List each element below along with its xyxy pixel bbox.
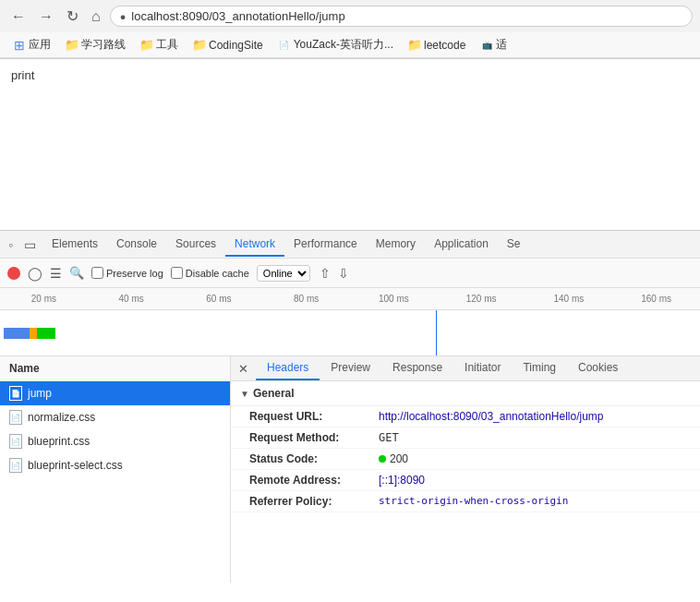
detail-tab-initiator[interactable]: Initiator	[453, 356, 512, 380]
detail-tab-cookies[interactable]: Cookies	[567, 356, 629, 380]
info-row-method: Request Method: GET	[231, 427, 700, 449]
tab-performance[interactable]: Performance	[284, 233, 367, 257]
method-value: GET	[379, 431, 399, 444]
status-label: Status Code:	[249, 452, 379, 465]
file-list: Name 📄 jump 📄 normalize.css 📄 blueprint.…	[0, 356, 231, 583]
devtools-inspect-button[interactable]: ◦	[4, 235, 18, 255]
browser-chrome: ← → ↻ ⌂ ● localhost:8090/03_annotationHe…	[0, 0, 700, 59]
secure-icon: ●	[120, 11, 127, 22]
ruler-label-100ms: 100 ms	[350, 294, 438, 304]
file-list-header: Name	[0, 356, 230, 381]
devtools: ◦ ▭ Elements Console Sources Network Per…	[0, 230, 700, 583]
bar-send	[37, 328, 55, 339]
bookmark-leetcode[interactable]: 📁 leetcode	[403, 37, 471, 54]
file-item-normalize[interactable]: 📄 normalize.css	[0, 405, 230, 429]
detail-tab-timing[interactable]: Timing	[512, 356, 567, 380]
info-row-policy: Referrer Policy: strict-origin-when-cros…	[231, 491, 700, 512]
address-value: [::1]:8090	[379, 474, 425, 487]
info-row-url: Request URL: http://localhost:8090/03_an…	[231, 406, 700, 427]
section-title-text: General	[253, 387, 295, 400]
detail-close-button[interactable]: ✕	[231, 357, 256, 380]
ruler-label-20ms: 20 ms	[0, 294, 88, 304]
record-button[interactable]	[7, 267, 20, 280]
detail-panel: ✕ Headers Preview Response Initiator Tim…	[231, 356, 700, 583]
bookmarks-bar: ⊞ 应用 📁 学习路线 📁 工具 📁 CodingSite 📄 YouZack-…	[0, 32, 700, 58]
detail-tab-response[interactable]: Response	[381, 356, 453, 380]
bar-dns	[4, 328, 30, 339]
media-icon: 📺	[480, 39, 493, 52]
ruler-label-140ms: 140 ms	[525, 294, 613, 304]
status-code-text: 200	[390, 452, 408, 465]
ruler-label-80ms: 80 ms	[262, 294, 350, 304]
ruler-label-120ms: 120 ms	[438, 294, 525, 304]
folder-icon: 📁	[408, 39, 421, 52]
tab-console[interactable]: Console	[107, 233, 166, 257]
bookmark-tools[interactable]: 📁 工具	[135, 35, 184, 54]
bookmark-route[interactable]: 📁 学习路线	[60, 35, 131, 54]
file-name-jump: jump	[28, 387, 52, 400]
download-button[interactable]: ⇩	[338, 266, 349, 281]
timeline-bar	[4, 328, 55, 339]
preserve-log-label[interactable]: Preserve log	[91, 267, 163, 279]
bookmark-route-label: 学习路线	[81, 37, 126, 53]
ruler-label-40ms: 40 ms	[88, 294, 175, 304]
nav-bar: ← → ↻ ⌂ ● localhost:8090/03_annotationHe…	[0, 0, 700, 32]
forward-button[interactable]: →	[35, 6, 57, 27]
bar-connect	[30, 328, 37, 339]
tab-sources[interactable]: Sources	[166, 233, 225, 257]
url-value: http://localhost:8090/03_annotationHello…	[379, 410, 604, 423]
home-button[interactable]: ⌂	[88, 6, 104, 27]
info-row-status: Status Code: 200	[231, 449, 700, 470]
tab-network[interactable]: Network	[225, 233, 284, 257]
folder-icon: 📁	[66, 39, 78, 52]
bookmark-youzack[interactable]: 📄 YouZack-英语听力...	[272, 35, 399, 54]
bookmark-coding[interactable]: 📁 CodingSite	[187, 37, 269, 54]
throttle-select[interactable]: Online	[257, 265, 310, 282]
clear-button[interactable]: ◯	[28, 266, 42, 281]
address-bar[interactable]: ● localhost:8090/03_annotationHello/jump	[110, 6, 693, 27]
bookmark-leetcode-label: leetcode	[424, 39, 465, 52]
file-item-blueprint-select[interactable]: 📄 blueprint-select.css	[0, 453, 230, 477]
bookmark-tools-label: 工具	[156, 37, 178, 53]
apps-icon: ⊞	[13, 39, 26, 52]
timeline-area	[0, 310, 700, 356]
back-button[interactable]: ←	[7, 6, 30, 27]
address-text: localhost:8090/03_annotationHello/jump	[131, 9, 682, 23]
search-button[interactable]: 🔍	[69, 266, 84, 280]
file-name-blueprint-select: blueprint-select.css	[28, 459, 123, 472]
folder-icon: 📁	[193, 39, 206, 52]
devtools-device-button[interactable]: ▭	[19, 235, 41, 255]
policy-label: Referrer Policy:	[249, 495, 379, 508]
tab-memory[interactable]: Memory	[367, 233, 425, 257]
filter-button[interactable]: ☰	[50, 266, 62, 281]
page-print-text: print	[11, 68, 34, 82]
bookmark-apps[interactable]: ⊞ 应用	[7, 35, 56, 54]
file-icon-blueprint-select: 📄	[9, 458, 22, 473]
disable-cache-checkbox[interactable]	[171, 267, 183, 279]
timeline-ruler: 20 ms 40 ms 60 ms 80 ms 100 ms 120 ms 14…	[0, 288, 700, 310]
upload-button[interactable]: ⇧	[320, 266, 331, 281]
bookmark-coding-label: CodingSite	[209, 39, 263, 52]
address-label: Remote Address:	[249, 474, 379, 487]
detail-tab-headers[interactable]: Headers	[256, 356, 320, 380]
bookmark-more-label: 适	[496, 37, 507, 53]
method-label: Request Method:	[249, 431, 379, 444]
preserve-log-checkbox[interactable]	[91, 267, 103, 279]
detail-tab-preview[interactable]: Preview	[320, 356, 381, 380]
tab-security[interactable]: Se	[498, 233, 530, 257]
bookmark-more[interactable]: 📺 适	[475, 35, 513, 54]
reload-button[interactable]: ↻	[63, 6, 82, 27]
timeline-cursor	[436, 310, 437, 355]
file-item-blueprint[interactable]: 📄 blueprint.css	[0, 429, 230, 453]
file-item-jump[interactable]: 📄 jump	[0, 381, 230, 405]
main-panel: Name 📄 jump 📄 normalize.css 📄 blueprint.…	[0, 356, 700, 583]
status-value: 200	[379, 452, 408, 465]
tab-elements[interactable]: Elements	[42, 233, 107, 257]
file-name-blueprint: blueprint.css	[28, 435, 90, 448]
page-icon: 📄	[278, 39, 291, 52]
tab-application[interactable]: Application	[425, 233, 498, 257]
file-icon-jump: 📄	[9, 386, 22, 401]
detail-tabs: ✕ Headers Preview Response Initiator Tim…	[231, 356, 700, 381]
disable-cache-label[interactable]: Disable cache	[171, 267, 249, 279]
devtools-tab-bar: ◦ ▭ Elements Console Sources Network Per…	[0, 231, 700, 259]
